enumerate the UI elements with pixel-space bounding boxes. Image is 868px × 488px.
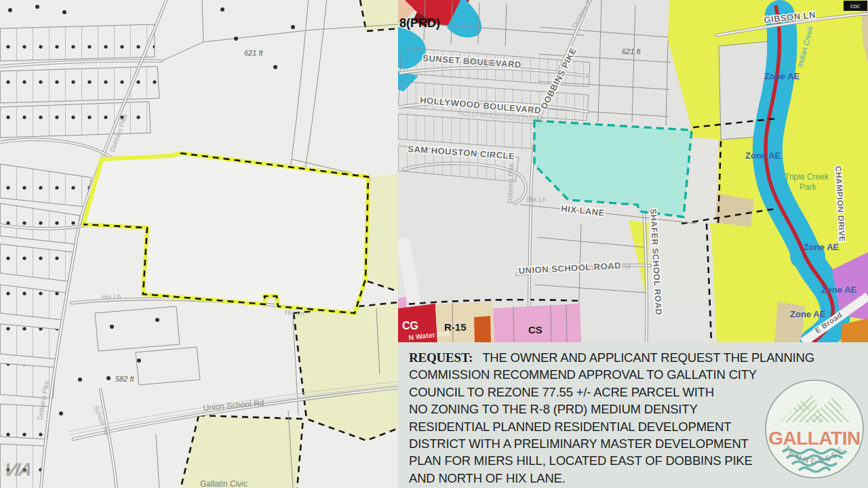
zoning-label-r8prd: 8(PRD) <box>399 16 440 30</box>
gallatin-logo: GALLATIN TENNESSEE <box>763 378 866 481</box>
right-zoning-map: 8(PRD) SUNSET BOULEVARD Sunset Blvd HOLL… <box>398 0 868 342</box>
park-label-line1: Triple Creek <box>785 172 829 182</box>
zoning-label-cs: CS <box>528 324 542 336</box>
flood-label-zone-ae: Zone AE <box>804 242 840 252</box>
elevation-label: 621 ft <box>244 49 263 57</box>
flood-label-zone-ae: Zone AE <box>821 285 857 295</box>
request-heading: REQUEST: <box>409 350 473 365</box>
via-watermark: VIA <box>2 460 32 481</box>
request-text: THE OWNER AND APPLICANT REQUEST THE PLAN… <box>482 350 814 365</box>
street-label-hix-ln: Hix Ln <box>102 293 121 301</box>
poi-label-gallatin-civic: Gallatin Civic <box>200 479 248 488</box>
elevation-label: 582 ft <box>115 375 134 383</box>
slide: 621 ft 582 ft Hix Ln Hix Ln Union School… <box>0 0 868 488</box>
left-parcel-map: 621 ft 582 ft Hix Ln Hix Ln Union School… <box>0 0 398 488</box>
request-line: REQUEST:THE OWNER AND APPLICANT REQUEST … <box>409 349 868 366</box>
street-label-hix-ln: Hix Ln <box>285 308 304 317</box>
svg-text:coc: coc <box>850 3 861 9</box>
elevation-label: 621 ft <box>622 47 641 56</box>
flood-label-zone-ae: Zone AE <box>745 150 781 161</box>
park-label-line2: Park <box>800 182 817 192</box>
street-label-hix-ln-small: Hix Ln <box>527 196 546 203</box>
street-label-dobbins-pike-small: Dobbins Pike <box>506 163 515 203</box>
flood-label-zone-ae: Zone AE <box>764 71 800 81</box>
flood-label-zone-ae: Zone AE <box>790 309 826 319</box>
cc-badge: coc <box>844 1 867 11</box>
zoning-label-cg: CG <box>402 320 418 331</box>
request-panel: REQUEST:THE OWNER AND APPLICANT REQUEST … <box>398 342 868 488</box>
logo-city-name: GALLATIN <box>768 428 860 449</box>
